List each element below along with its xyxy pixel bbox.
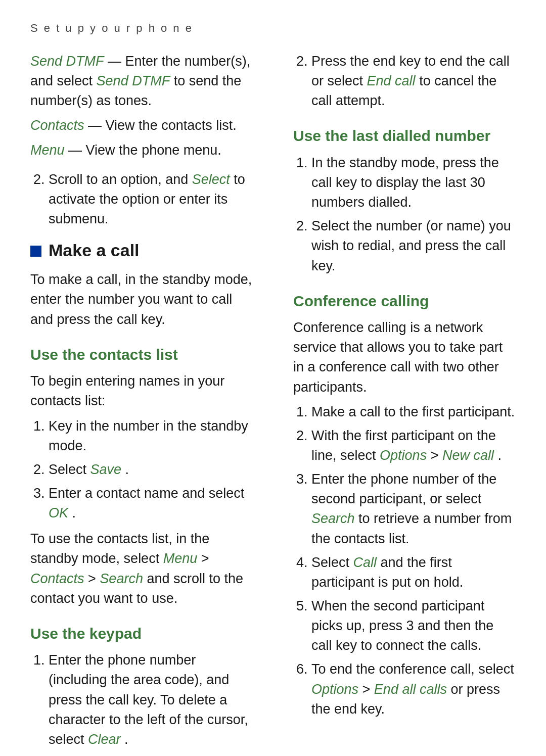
use-contacts-list: Key in the number in the standby mode. S… xyxy=(49,416,253,524)
conference-text-5: When the second participant picks up, pr… xyxy=(311,598,493,653)
conference-item-2-suffix: . xyxy=(497,448,502,463)
contacts-link: Contacts xyxy=(30,118,84,133)
call-link: Call xyxy=(353,555,377,570)
last-dialled-item-2: Select the number (or name) you wish to … xyxy=(311,216,516,275)
conference-text-1: Make a call to the first participant. xyxy=(311,404,515,419)
menu-text: — View the phone menu. xyxy=(68,143,221,158)
conference-item-3-prefix: Enter the phone number of the second par… xyxy=(311,471,496,506)
end-all-calls-link: End all calls xyxy=(374,682,447,697)
clear-link: Clear xyxy=(88,732,121,747)
scroll-item: Scroll to an option, and Select to activ… xyxy=(49,170,253,229)
left-column: Send DTMF — Enter the number(s), and sel… xyxy=(0,52,273,755)
ok-link: OK xyxy=(49,505,68,521)
keypad-item-1: Enter the phone number (including the ar… xyxy=(49,650,253,749)
contacts-item-1-text: Key in the number in the standby mode. xyxy=(49,418,248,453)
end-call-link: End call xyxy=(367,73,416,88)
page: S e t u p y o u r p h o n e Send DTMF — … xyxy=(0,0,546,756)
intro-list: Scroll to an option, and Select to activ… xyxy=(49,170,253,229)
conference-item-1: Make a call to the first participant. xyxy=(311,402,516,422)
conference-item-2-sep: > xyxy=(431,448,442,463)
conference-item-4-prefix: Select xyxy=(311,555,353,570)
blue-square-icon xyxy=(30,246,41,257)
contacts-item-2-prefix: Select xyxy=(49,462,90,477)
make-call-title: Make a call xyxy=(49,238,140,263)
right-column: Press the end key to end the call or sel… xyxy=(273,52,546,755)
contacts-outro-sep1: > xyxy=(201,551,209,566)
contacts-item-3-prefix: Enter a contact name and select xyxy=(49,486,244,501)
use-contacts-heading: Use the contacts list xyxy=(30,344,253,366)
press-end-list: Press the end key to end the call or sel… xyxy=(311,52,516,111)
new-call-link: New call xyxy=(442,448,494,463)
contacts-item-1: Key in the number in the standby mode. xyxy=(49,416,253,456)
scroll-text-prefix: Scroll to an option, and xyxy=(49,172,192,187)
send-dtmf-link2: Send DTMF xyxy=(97,73,170,88)
conference-item-6-sep: > xyxy=(362,682,374,697)
use-keypad-list: Enter the phone number (including the ar… xyxy=(49,650,253,749)
keypad-item-1-prefix: Enter the phone number (including the ar… xyxy=(49,652,248,747)
contacts-outro-sep2: > xyxy=(88,571,100,586)
select-link: Select xyxy=(192,172,230,187)
conference-item-3: Enter the phone number of the second par… xyxy=(311,469,516,549)
make-call-body: To make a call, in the standby mode, ent… xyxy=(30,270,253,329)
conference-intro: Conference calling is a network service … xyxy=(293,318,516,397)
make-call-heading: Make a call xyxy=(30,238,253,263)
contacts-item-2: Select Save . xyxy=(49,460,253,480)
search-link-2: Search xyxy=(311,511,355,526)
contacts-item-3-suffix: . xyxy=(72,505,76,521)
contacts-outro: To use the contacts list, in the standby… xyxy=(30,529,253,608)
contacts-para: Contacts — View the contacts list. xyxy=(30,116,253,135)
contacts-item-3: Enter a contact name and select OK . xyxy=(49,484,253,523)
options-link-1: Options xyxy=(380,448,427,463)
page-header: S e t u p y o u r p h o n e xyxy=(0,20,546,52)
conference-item-5: When the second participant picks up, pr… xyxy=(311,596,516,655)
last-dialled-heading: Use the last dialled number xyxy=(293,125,516,147)
conference-item-4: Select Call and the first participant is… xyxy=(311,553,516,592)
menu-link2: Menu xyxy=(163,551,198,566)
save-link: Save xyxy=(90,462,122,477)
content-columns: Send DTMF — Enter the number(s), and sel… xyxy=(0,52,546,755)
search-link: Search xyxy=(100,571,143,586)
keypad-item-1-suffix: . xyxy=(124,732,128,747)
press-end-item: Press the end key to end the call or sel… xyxy=(311,52,516,111)
contacts-item-2-suffix: . xyxy=(125,462,129,477)
intro-block: Send DTMF — Enter the number(s), and sel… xyxy=(30,52,253,161)
use-contacts-intro: To begin entering names in your contacts… xyxy=(30,371,253,411)
header-text: S e t u p y o u r p h o n e xyxy=(30,22,193,34)
use-keypad-heading: Use the keypad xyxy=(30,623,253,645)
menu-para: Menu — View the phone menu. xyxy=(30,140,253,160)
send-dtmf-para: Send DTMF — Enter the number(s), and sel… xyxy=(30,52,253,111)
last-dialled-text-2: Select the number (or name) you wish to … xyxy=(311,218,511,273)
last-dialled-item-1: In the standby mode, press the call key … xyxy=(311,153,516,212)
contacts-link2: Contacts xyxy=(30,571,84,586)
send-dtmf-link1: Send DTMF xyxy=(30,54,104,69)
menu-link: Menu xyxy=(30,143,65,158)
conference-item-6-prefix: To end the conference call, select xyxy=(311,662,514,677)
last-dialled-text-1: In the standby mode, press the call key … xyxy=(311,155,499,210)
conference-item-6: To end the conference call, select Optio… xyxy=(311,659,516,719)
options-link-2: Options xyxy=(311,682,358,697)
last-dialled-list: In the standby mode, press the call key … xyxy=(311,153,516,276)
contacts-text: — View the contacts list. xyxy=(88,118,237,133)
conference-list: Make a call to the first participant. Wi… xyxy=(311,402,516,719)
conference-item-2: With the first participant on the line, … xyxy=(311,426,516,465)
conference-heading: Conference calling xyxy=(293,290,516,312)
